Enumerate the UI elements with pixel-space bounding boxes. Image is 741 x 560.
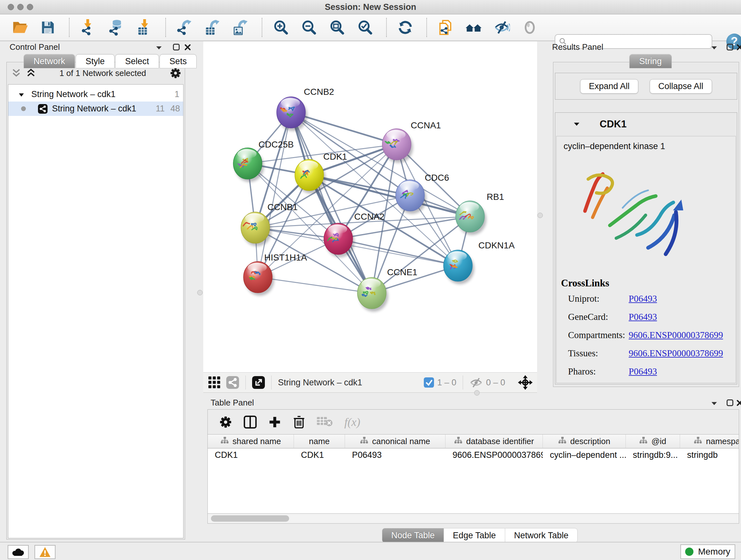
column-header-namespace[interactable]: namespace	[680, 435, 739, 448]
control-panel-maximize-icon[interactable]	[173, 44, 180, 51]
export-image-icon[interactable]	[232, 19, 249, 36]
toolbar-icons	[11, 14, 549, 41]
import-network-database-icon[interactable]	[108, 19, 125, 36]
crosslinks-heading: CrossLinks	[561, 277, 609, 289]
create-column-plus-icon[interactable]	[268, 416, 281, 428]
network-node-CCNE1[interactable]: CCNE1	[357, 267, 417, 312]
export-table-icon[interactable]	[204, 19, 221, 36]
node-label: CCNA1	[411, 120, 441, 130]
table-panel-float-icon[interactable]	[711, 400, 718, 408]
tab-style[interactable]: Style	[76, 54, 115, 68]
tab-node-table[interactable]: Node Table	[382, 528, 444, 543]
pan-crosshair-icon[interactable]	[518, 375, 533, 390]
birds-eye-grid-icon[interactable]	[208, 376, 220, 388]
network-row-selected[interactable]: String Network – cdk1 11 48	[8, 102, 183, 116]
table-cell: CDK1	[208, 450, 294, 460]
column-header-name[interactable]: name	[294, 435, 345, 448]
memory-button[interactable]: Memory	[680, 544, 735, 559]
expand-all-icon[interactable]	[26, 68, 36, 78]
network-edge[interactable]	[258, 277, 372, 293]
network-node-HIST1H1A[interactable]: HIST1H1A	[244, 253, 307, 296]
import-table-icon[interactable]	[136, 19, 152, 36]
collection-expander-icon[interactable]	[18, 91, 25, 98]
crosslink-value-link[interactable]: P06493	[629, 294, 657, 304]
crosslink-value-link[interactable]: P06493	[629, 366, 657, 377]
import-network-icon[interactable]	[80, 19, 96, 36]
right-splitter-handle[interactable]	[537, 212, 543, 218]
hide-selected-icon[interactable]	[493, 19, 510, 36]
table-options-gear-icon[interactable]	[219, 416, 232, 428]
save-session-icon[interactable]	[40, 19, 56, 36]
network-node-CCNB2[interactable]: CCNB2	[277, 87, 334, 131]
tab-sets[interactable]: Sets	[159, 54, 197, 68]
network-collection-row[interactable]: String Network – cdk1 1	[8, 87, 183, 102]
control-panel-float-icon[interactable]	[155, 44, 163, 52]
zoom-in-icon[interactable]	[273, 19, 289, 36]
export-network-icon[interactable]	[176, 19, 193, 36]
cdk1-expander-icon[interactable]	[573, 120, 581, 128]
left-splitter-handle[interactable]	[197, 290, 203, 295]
first-neighbors-icon[interactable]	[465, 19, 482, 36]
scrollbar-thumb[interactable]	[211, 515, 289, 522]
results-panel-close-icon[interactable]	[736, 44, 741, 51]
control-panel-close-icon[interactable]	[184, 44, 192, 51]
delete-column-trash-icon[interactable]	[293, 415, 306, 429]
column-header-shared-name[interactable]: shared name	[208, 435, 294, 448]
selected-checkbox-icon[interactable]	[424, 377, 434, 388]
column-header-database-identifier[interactable]: database identifier	[446, 435, 543, 448]
table-panel-close-icon[interactable]	[736, 399, 741, 407]
zoom-fit-icon[interactable]	[329, 19, 345, 36]
collapse-all-icon[interactable]	[11, 68, 21, 78]
network-node-CDK1[interactable]: CDK1	[295, 152, 347, 193]
network-node-CCNB1[interactable]: CCNB1	[241, 202, 298, 246]
network-node-CDC25B[interactable]: CDC25B	[233, 139, 293, 182]
crosslinks-list: Uniprot:P06493GeneCard:P06493Compartment…	[568, 292, 734, 382]
table-panel-maximize-icon[interactable]	[726, 399, 734, 407]
network-node-RB1[interactable]: RB1	[456, 192, 504, 235]
shared-column-icon	[454, 436, 462, 447]
column-header-@id[interactable]: @id	[626, 435, 680, 448]
network-node-CCNA1[interactable]: CCNA1	[382, 120, 441, 163]
show-all-icon[interactable]	[522, 19, 538, 36]
collapse-all-button[interactable]: Collapse All	[650, 79, 712, 94]
network-options-gear-icon[interactable]	[170, 67, 181, 79]
crosslink-value-link[interactable]: 9606.ENSP00000378699	[629, 348, 723, 359]
table-cell: stringdb	[680, 450, 739, 460]
tab-string[interactable]: String	[629, 54, 672, 68]
crosslink-row: Pharos:P06493	[568, 364, 734, 378]
tab-edge-table[interactable]: Edge Table	[444, 528, 505, 543]
apply-layout-icon[interactable]	[397, 19, 414, 36]
expand-all-button[interactable]: Expand All	[580, 79, 638, 94]
zoom-selected-icon[interactable]	[357, 19, 374, 36]
clone-network-icon[interactable]	[437, 19, 454, 36]
table-row[interactable]: CDK1CDK1P064939606.ENSP00000378699cyclin…	[208, 449, 739, 461]
network-edge-count: 48	[171, 104, 180, 114]
table-horizontal-scrollbar[interactable]	[207, 513, 739, 523]
cloud-button[interactable]	[8, 545, 29, 559]
show-columns-icon[interactable]	[244, 415, 257, 429]
table-cell: CDK1	[294, 450, 345, 460]
tab-network-table[interactable]: Network Table	[505, 528, 578, 543]
network-node-CDC6[interactable]: CDC6	[396, 173, 449, 214]
memory-status-dot	[685, 548, 693, 556]
crosslink-value-link[interactable]: 9606.ENSP00000378699	[629, 330, 723, 340]
tab-network[interactable]: Network	[23, 54, 75, 68]
string-network-icon[interactable]	[226, 376, 239, 389]
network-canvas[interactable]: CCNB2CCNA1CDC25BCDK1CDC6RB1CCNB1CCNA2CDK…	[203, 42, 537, 372]
crosslink-label: Compartments:	[568, 330, 629, 340]
results-panel-float-icon[interactable]	[711, 44, 718, 52]
network-edge[interactable]	[338, 239, 458, 266]
open-file-icon[interactable]	[11, 19, 28, 36]
network-graph[interactable]: CCNB2CCNA1CDC25BCDK1CDC6RB1CCNB1CCNA2CDK…	[203, 42, 537, 372]
control-panel-tabs: NetworkStyleSelectSets	[23, 54, 197, 68]
zoom-out-icon[interactable]	[300, 19, 317, 36]
column-header-description[interactable]: description	[543, 435, 626, 448]
column-header-canonical-name[interactable]: canonical name	[345, 435, 446, 448]
open-in-window-icon[interactable]	[252, 376, 265, 389]
tab-select[interactable]: Select	[115, 54, 159, 68]
bottom-splitter-handle[interactable]	[474, 390, 480, 395]
warning-button[interactable]	[35, 545, 56, 559]
results-panel-maximize-icon[interactable]	[726, 44, 734, 51]
network-node-CDKN1A[interactable]: CDKN1A	[444, 240, 515, 284]
crosslink-value-link[interactable]: P06493	[629, 312, 657, 322]
